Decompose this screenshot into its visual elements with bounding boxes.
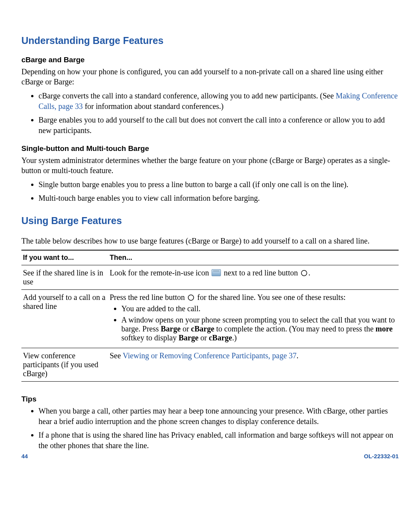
bold-text: cBarge bbox=[191, 324, 214, 333]
link-viewing-removing-participants[interactable]: Viewing or Removing Conference Participa… bbox=[123, 351, 297, 360]
svg-point-0 bbox=[301, 270, 307, 276]
list-item: Barge enables you to add yourself to the… bbox=[38, 115, 399, 136]
section-heading-using: Using Barge Features bbox=[21, 215, 399, 226]
line-button-icon bbox=[301, 270, 308, 277]
table-header-row: If you want to... Then... bbox=[21, 250, 399, 265]
table-row: Add yourself to a call on a shared line … bbox=[21, 290, 399, 348]
bullet-list: When you barge a call, other parties may… bbox=[21, 406, 399, 451]
document-page: Understanding Barge Features cBarge and … bbox=[0, 0, 420, 510]
table-cell: See Viewing or Removing Conference Parti… bbox=[108, 348, 399, 382]
cell-text: Press the red line button bbox=[110, 293, 187, 301]
table-row: View conference participants (if you use… bbox=[21, 348, 399, 382]
list-text: to complete the action. (You may need to… bbox=[214, 324, 376, 333]
table-cell: See if the shared line is in use bbox=[21, 265, 108, 290]
bold-text: cBarge bbox=[209, 333, 232, 342]
subheading-tips: Tips bbox=[21, 395, 399, 403]
svg-point-1 bbox=[188, 295, 194, 300]
remote-in-use-icon bbox=[212, 269, 221, 276]
list-item: When you barge a call, other parties may… bbox=[38, 406, 399, 427]
cell-text: next to a red line button bbox=[224, 268, 300, 277]
cell-text: . bbox=[297, 351, 299, 360]
table-row: See if the shared line is in use Look fo… bbox=[21, 265, 399, 290]
cell-text: . bbox=[308, 268, 310, 277]
list-item: You are added to the call. bbox=[121, 304, 397, 313]
list-text: softkey to display bbox=[121, 333, 178, 342]
bold-text: Barge bbox=[161, 324, 180, 333]
bullet-list: You are added to the call. A window open… bbox=[110, 304, 397, 342]
subheading-single-multi: Single-button and Multi-touch Barge bbox=[21, 144, 399, 153]
list-item: Single button barge enables you to press… bbox=[38, 179, 399, 190]
page-footer: 44 OL-22332-01 bbox=[21, 453, 399, 459]
list-text: for information about standard conferenc… bbox=[83, 102, 224, 110]
list-item: Multi-touch barge enables you to view ca… bbox=[38, 193, 399, 203]
table-cell: View conference participants (if you use… bbox=[21, 348, 108, 382]
table-header: Then... bbox=[108, 250, 399, 265]
list-item: A window opens on your phone screen prom… bbox=[121, 315, 397, 342]
paragraph: Depending on how your phone is configure… bbox=[21, 67, 399, 87]
section-heading-understanding: Understanding Barge Features bbox=[21, 35, 399, 46]
bullet-list: Single button barge enables you to press… bbox=[21, 179, 399, 203]
cell-text: Look for the remote-in-use icon bbox=[110, 268, 211, 277]
list-item: If a phone that is using the shared line… bbox=[38, 430, 399, 451]
line-button-icon bbox=[187, 294, 194, 301]
table-cell: Look for the remote-in-use icon next to … bbox=[108, 265, 399, 290]
table-cell: Add yourself to a call on a shared line bbox=[21, 290, 108, 348]
page-number: 44 bbox=[21, 453, 28, 459]
bullet-list: cBarge converts the call into a standard… bbox=[21, 91, 399, 136]
bold-text: more bbox=[376, 324, 393, 333]
barge-features-table: If you want to... Then... See if the sha… bbox=[21, 250, 399, 382]
cell-text: for the shared line. You see one of thes… bbox=[197, 293, 346, 301]
bold-text: Barge bbox=[178, 333, 198, 342]
subheading-cbarge-barge: cBarge and Barge bbox=[21, 56, 399, 64]
doc-id: OL-22332-01 bbox=[364, 453, 399, 459]
list-text: or bbox=[198, 333, 209, 342]
list-text: cBarge converts the call into a standard… bbox=[38, 91, 336, 100]
list-text: or bbox=[180, 324, 191, 333]
list-item: cBarge converts the call into a standard… bbox=[38, 91, 399, 112]
table-header: If you want to... bbox=[21, 250, 108, 265]
table-cell: Press the red line button for the shared… bbox=[108, 290, 399, 348]
paragraph: Your system administrator determines whe… bbox=[21, 155, 399, 175]
paragraph: The table below describes how to use bar… bbox=[21, 236, 399, 246]
cell-text: See bbox=[110, 351, 123, 360]
list-text: .) bbox=[232, 333, 237, 342]
